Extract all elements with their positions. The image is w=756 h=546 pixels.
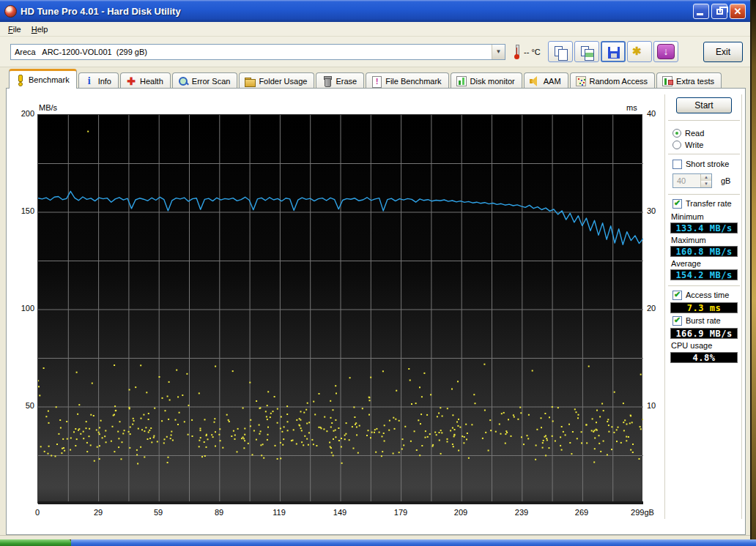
title-bar: HD Tune Pro 4.01 - Hard Disk Utility ✕ — [0, 0, 750, 22]
tab-file-benchmark[interactable]: File Benchmark — [366, 72, 448, 89]
tab-error-scan[interactable]: Error Scan — [172, 72, 238, 89]
burst-rate-value: 166.9 MB/s — [670, 328, 738, 339]
drive-selector[interactable]: Areca ARC-1200-VOL001 (299 gB) ▼ — [10, 44, 505, 60]
x-tick: 89 — [203, 508, 235, 517]
separator — [668, 285, 740, 287]
write-radio[interactable] — [672, 141, 681, 149]
window-title: HD Tune Pro 4.01 - Hard Disk Utility — [21, 6, 691, 17]
health-cross-icon: ✚ — [126, 76, 136, 86]
y-right-tick: 20 — [647, 304, 656, 313]
tab-bar: Benchmark iInfo ✚Health Error Scan Folde… — [0, 67, 750, 88]
exit-button[interactable]: Exit — [703, 42, 743, 62]
menu-file[interactable]: File — [3, 23, 26, 35]
save-screenshot-button[interactable] — [601, 41, 626, 62]
tab-benchmark[interactable]: Benchmark — [9, 69, 77, 89]
y-left-tick: 100 — [10, 304, 34, 313]
control-panel: Start Read Write Short stroke 40 ▲▼ gB — [664, 94, 742, 519]
minimize-button[interactable] — [693, 4, 709, 19]
maximum-value: 160.8 MB/s — [670, 246, 738, 257]
web-export-button[interactable]: ✱ — [627, 41, 652, 62]
restore-icon — [716, 9, 723, 15]
copy-text-button[interactable] — [548, 41, 573, 62]
copy-image-icon — [581, 46, 589, 56]
x-tick: 179 — [385, 508, 417, 517]
transfer-rate-checkbox[interactable] — [672, 199, 682, 209]
short-stroke-row[interactable]: Short stroke — [672, 159, 729, 169]
taskbar — [0, 539, 756, 546]
average-value: 154.2 MB/s — [670, 269, 738, 280]
tab-disk-monitor[interactable]: Disk monitor — [451, 72, 522, 89]
tab-random-access[interactable]: Random Access — [570, 72, 655, 89]
copy-text-icon — [555, 46, 563, 56]
chart-canvas — [38, 115, 643, 504]
close-button[interactable]: ✕ — [730, 4, 746, 19]
temperature-value: -- °C — [524, 48, 541, 56]
tab-folder-usage[interactable]: Folder Usage — [239, 72, 314, 89]
y-left-unit-label: MB/s — [39, 103, 57, 112]
separator — [668, 194, 740, 195]
separator — [668, 154, 740, 155]
y-right-tick: 40 — [647, 109, 656, 118]
access-time-value: 7.3 ms — [670, 302, 738, 313]
download-icon: ↓ — [657, 44, 675, 59]
cpu-usage-label: CPU usage — [671, 341, 712, 350]
y-left-tick: 50 — [10, 401, 34, 410]
access-time-checkbox[interactable] — [672, 291, 682, 300]
minimum-value: 133.4 MB/s — [670, 222, 738, 233]
separator — [668, 120, 740, 121]
thermometer-icon — [514, 45, 519, 59]
bar-chart-icon — [456, 76, 467, 86]
speaker-icon — [530, 76, 540, 86]
short-stroke-checkbox[interactable] — [672, 160, 682, 169]
tab-extra-tests[interactable]: Extra tests — [656, 72, 722, 89]
spinner-up-icon[interactable]: ▲ — [701, 174, 711, 181]
x-tick: 59 — [142, 508, 174, 517]
magnifier-icon — [178, 76, 188, 86]
start-menu-button[interactable] — [0, 539, 71, 546]
x-tick: 0 — [21, 508, 53, 517]
drive-selector-value: Areca ARC-1200-VOL001 (299 gB) — [11, 48, 492, 56]
y-right-unit-label: ms — [626, 103, 637, 112]
x-tick: 149 — [324, 508, 356, 517]
burst-rate-checkbox[interactable] — [672, 316, 682, 326]
maximum-label: Maximum — [671, 236, 706, 244]
tab-erase[interactable]: Erase — [316, 72, 364, 89]
cpu-usage-value: 4.8% — [670, 352, 738, 363]
y-right-tick: 30 — [647, 206, 656, 215]
tab-info[interactable]: iInfo — [78, 72, 119, 89]
copy-image-button[interactable] — [574, 41, 599, 62]
benchmark-icon — [15, 75, 25, 85]
chevron-down-icon[interactable]: ▼ — [492, 45, 505, 59]
download-button[interactable]: ↓ — [653, 41, 678, 62]
menu-help[interactable]: Help — [26, 23, 53, 35]
tab-health[interactable]: ✚Health — [120, 72, 171, 89]
tab-aam[interactable]: AAM — [524, 72, 568, 89]
toolbar: Areca ARC-1200-VOL001 (299 gB) ▼ -- °C ✱… — [0, 37, 750, 67]
read-radio[interactable] — [672, 129, 681, 138]
file-benchmark-icon — [371, 76, 382, 86]
close-icon: ✕ — [730, 4, 745, 18]
y-left-tick: 150 — [10, 206, 34, 215]
short-stroke-spinner[interactable]: 40 ▲▼ — [672, 173, 712, 188]
start-button[interactable]: Start — [676, 97, 732, 113]
read-radio-row[interactable]: Read — [672, 128, 704, 138]
y-left-tick: 200 — [10, 109, 34, 118]
trash-icon — [322, 76, 332, 86]
save-icon — [608, 47, 620, 59]
x-tick: 299gB — [626, 508, 659, 517]
benchmark-chart — [37, 114, 642, 504]
restore-button[interactable] — [711, 4, 727, 19]
transfer-rate-row[interactable]: Transfer rate — [672, 198, 732, 209]
web-export-icon: ✱ — [632, 45, 642, 58]
access-time-row[interactable]: Access time — [672, 290, 729, 300]
desktop: { "window": { "title": "HD Tune Pro 4.01… — [0, 0, 756, 546]
write-radio-row[interactable]: Write — [672, 140, 703, 150]
x-tick: 239 — [505, 508, 538, 517]
spinner-down-icon[interactable]: ▼ — [701, 181, 711, 187]
app-window: HD Tune Pro 4.01 - Hard Disk Utility ✕ F… — [0, 0, 752, 539]
minimum-label: Minimum — [671, 212, 704, 221]
burst-rate-row[interactable]: Burst rate — [672, 315, 721, 326]
extra-tests-icon — [662, 76, 672, 86]
app-icon — [4, 5, 17, 18]
x-tick: 209 — [445, 508, 477, 517]
